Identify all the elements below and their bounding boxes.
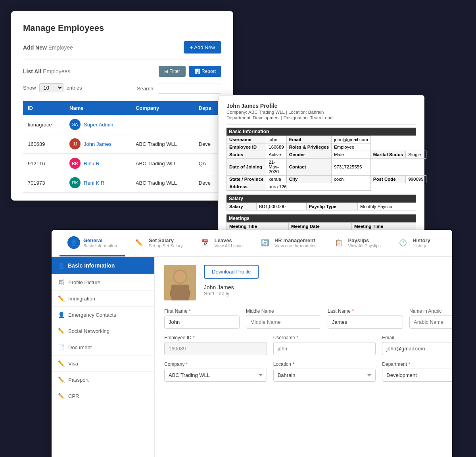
avatar: RK bbox=[69, 177, 81, 188]
history-icon: 🕐 bbox=[397, 236, 409, 249]
nav-leaves-label: Leaves bbox=[215, 237, 243, 243]
department-select[interactable]: Development bbox=[382, 369, 452, 382]
detail-sidebar: 👤 Basic Information 🖼 Profile Picture ✏️… bbox=[52, 257, 155, 457]
status-label: Status bbox=[227, 151, 266, 159]
company-select[interactable]: ABC Trading WLL bbox=[164, 369, 267, 382]
last-name-label: Last Name * bbox=[328, 308, 403, 314]
add-new-button[interactable]: + Add New bbox=[184, 41, 221, 54]
first-name-label: First Name * bbox=[164, 308, 240, 314]
hr-icon: 🔄 bbox=[259, 236, 271, 249]
add-new-bar: Add New Employee + Add New bbox=[23, 41, 221, 59]
sidebar-item-passport[interactable]: ✏️ Passport bbox=[52, 372, 154, 388]
search-input[interactable] bbox=[158, 84, 221, 94]
first-name-group: First Name * bbox=[164, 308, 240, 329]
nav-history-sub: History bbox=[413, 243, 430, 248]
department-group: Department * Development bbox=[382, 361, 452, 382]
entries-select[interactable]: 10 25 50 bbox=[39, 83, 63, 92]
salary-table: Salary BD1,000.000 Payslip Type Monthly … bbox=[226, 203, 416, 210]
nav-salary[interactable]: ✏️ Set Salary Set up Set Salary bbox=[125, 230, 191, 256]
filter-button[interactable]: ⊟ Filter bbox=[159, 66, 186, 77]
popup-employee-name: John James Profile bbox=[226, 103, 416, 109]
sidebar-active-section: 👤 Basic Information bbox=[52, 257, 154, 274]
last-name-input[interactable] bbox=[328, 316, 403, 329]
state-value: kerala bbox=[266, 176, 286, 183]
col-company: Company bbox=[131, 101, 194, 115]
nav-payslips[interactable]: 📋 Payslips View All Payslips bbox=[324, 230, 389, 256]
last-name-group: Last Name * bbox=[328, 308, 403, 329]
meeting-date-col: Meeting Date bbox=[289, 223, 352, 230]
first-name-input[interactable] bbox=[164, 316, 240, 329]
cell-company: ABC Trading WLL bbox=[131, 154, 194, 173]
cell-id: 701973 bbox=[23, 173, 65, 193]
emergency-icon: 👤 bbox=[58, 312, 64, 318]
nav-general-label: General bbox=[83, 237, 117, 243]
contact-label: Contact bbox=[286, 159, 331, 176]
gender-label: Gender bbox=[286, 151, 331, 159]
username-input[interactable] bbox=[273, 342, 376, 355]
sidebar-label: CPR bbox=[68, 393, 79, 399]
company-group: Company * ABC Trading WLL bbox=[164, 361, 267, 382]
middle-name-label: Middle Name bbox=[246, 308, 321, 314]
table-row: 160689 JJ John James ABC Trading WLL Dev… bbox=[23, 134, 221, 154]
detail-main-content: Download Profile John James Shift - dail… bbox=[155, 257, 452, 457]
arabic-name-label: Name in Arabic bbox=[409, 308, 452, 314]
postcode-value: 990099 bbox=[406, 176, 426, 183]
sidebar-label: Visa bbox=[68, 361, 78, 367]
profile-photo bbox=[164, 265, 196, 300]
cell-name: RR Rinu R bbox=[65, 154, 131, 173]
report-button[interactable]: 📊 Report bbox=[189, 66, 221, 77]
cell-dept: Deve bbox=[194, 134, 221, 154]
sidebar-item-emergency-contacts[interactable]: 👤 Emergency Contacts bbox=[52, 307, 154, 323]
profile-info: Download Profile John James Shift - dail… bbox=[204, 265, 452, 296]
meeting-time-col: Meeting Time bbox=[351, 223, 416, 230]
emp-id-label: Employee ID * bbox=[164, 335, 267, 340]
contact-value: 97317225555 bbox=[332, 159, 371, 176]
middle-name-input[interactable] bbox=[246, 316, 321, 329]
list-all-bar: List All Employees ⊟ Filter 📊 Report bbox=[23, 66, 221, 77]
employee-link[interactable]: SA Super Admin bbox=[69, 119, 126, 130]
email-input[interactable] bbox=[382, 342, 452, 355]
nav-history[interactable]: 🕐 History History bbox=[389, 230, 438, 256]
person-icon: 👤 bbox=[58, 262, 65, 269]
address-value: area 126 bbox=[266, 183, 371, 191]
employee-link[interactable]: RK Reni K R bbox=[69, 177, 126, 188]
show-entries: Show 10 25 50 entries bbox=[23, 83, 82, 92]
middle-name-group: Middle Name bbox=[246, 308, 321, 329]
download-profile-button[interactable]: Download Profile bbox=[204, 265, 259, 279]
salary-icon: ✏️ bbox=[133, 236, 146, 249]
nav-salary-sub: Set up Set Salary bbox=[149, 243, 183, 248]
sidebar-label: Social Networking bbox=[68, 328, 109, 334]
sidebar-item-immigration[interactable]: ✏️ Immigration bbox=[52, 291, 154, 307]
emp-id-input[interactable] bbox=[164, 342, 267, 355]
doj-value: 21-May-2020 bbox=[266, 159, 286, 176]
table-row: fionagrace SA Super Admin — — bbox=[23, 115, 221, 134]
salary-label: Salary bbox=[227, 203, 257, 210]
username-label: Username * bbox=[273, 335, 376, 340]
col-id: ID bbox=[23, 101, 65, 115]
payslip-type-label: Payslip Type bbox=[306, 203, 358, 210]
document-icon: 📄 bbox=[58, 344, 64, 350]
nav-hr[interactable]: 🔄 HR management View core hr modules bbox=[251, 230, 324, 256]
general-icon: 👤 bbox=[67, 236, 80, 249]
sidebar-item-profile-picture[interactable]: 🖼 Profile Picture bbox=[52, 274, 154, 291]
arabic-name-input[interactable] bbox=[409, 316, 452, 329]
nav-general[interactable]: 👤 General Basic Information bbox=[60, 230, 125, 256]
nav-hr-label: HR management bbox=[274, 237, 317, 243]
sidebar-item-visa[interactable]: ✏️ Visa bbox=[52, 356, 154, 372]
profile-header: Download Profile John James Shift - dail… bbox=[164, 265, 452, 300]
location-label: Location * bbox=[273, 361, 376, 367]
sidebar-item-cpr[interactable]: ✏️ CPR bbox=[52, 388, 154, 404]
page-title: Manage Employees bbox=[23, 23, 221, 33]
picture-icon: 🖼 bbox=[58, 279, 64, 285]
employee-link[interactable]: RR Rinu R bbox=[69, 158, 126, 169]
employee-link[interactable]: JJ John James bbox=[69, 138, 126, 149]
location-select[interactable]: Bahrain bbox=[273, 369, 376, 382]
sidebar-item-document[interactable]: 📄 Document bbox=[52, 339, 154, 356]
employee-detail-panel: 👤 General Basic Information ✏️ Set Salar… bbox=[52, 230, 452, 457]
sidebar-item-social-networking[interactable]: ✏️ Social Networking bbox=[52, 323, 154, 339]
cell-name: SA Super Admin bbox=[65, 115, 131, 134]
nav-leaves[interactable]: 📅 Leaves View All Leave bbox=[191, 230, 251, 256]
nav-history-label: History bbox=[413, 237, 430, 243]
doj-label: Date of Joining bbox=[227, 159, 266, 176]
nav-salary-label: Set Salary bbox=[149, 237, 183, 243]
